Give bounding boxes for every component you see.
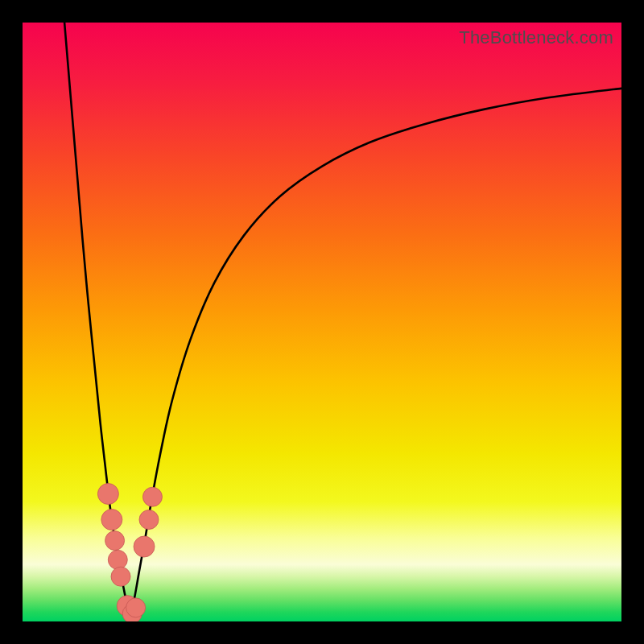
marker-point: [134, 536, 155, 557]
plot-area: TheBottleneck.com: [23, 23, 621, 621]
marker-point: [105, 531, 125, 551]
marker-point: [111, 567, 130, 586]
marker-point: [97, 484, 118, 505]
plot-svg: [23, 23, 621, 621]
marker-point: [139, 510, 159, 530]
marker-point: [101, 510, 122, 530]
chart-frame: TheBottleneck.com: [0, 0, 644, 644]
marker-point: [108, 550, 127, 569]
marker-point: [126, 598, 146, 617]
marker-point: [142, 487, 162, 506]
watermark-label: TheBottleneck.com: [459, 27, 613, 48]
